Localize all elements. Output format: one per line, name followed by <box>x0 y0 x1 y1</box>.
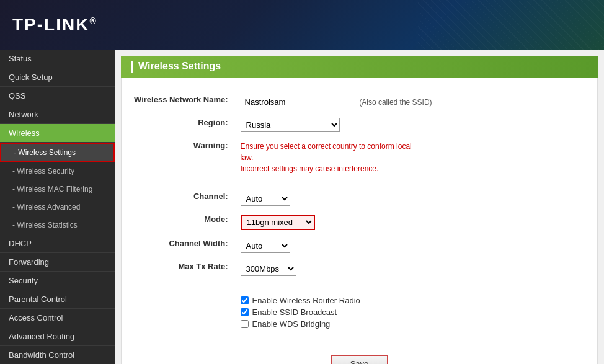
sidebar-item-wireless-mac[interactable]: - Wireless MAC Filtering <box>0 180 115 198</box>
sidebar-item-advanced-routing[interactable]: Advanced Routing <box>0 327 115 346</box>
sidebar-item-bandwidth-control[interactable]: Bandwidth Control <box>0 346 115 364</box>
network-name-input[interactable] <box>241 95 352 109</box>
region-select[interactable]: Russia United States Canada China Europe <box>241 118 340 132</box>
channel-width-label: Channel Width: <box>128 234 234 257</box>
region-cell: Russia United States Canada China Europe <box>234 113 591 136</box>
sidebar-item-network[interactable]: Network <box>0 105 115 124</box>
channel-select[interactable]: Auto 123 456 789 10111213 <box>241 192 290 206</box>
warning-label: Warning: <box>128 136 234 179</box>
page-title: Wireless Settings <box>121 56 598 78</box>
sidebar-item-wireless[interactable]: Wireless <box>0 124 115 143</box>
network-name-cell: (Also called the SSID) <box>234 91 591 113</box>
enable-wds-label: Enable WDS Bridging <box>252 319 331 329</box>
content-area: nastroi.sam.ru nastroi.sam.ru nastroi.sa… <box>115 50 604 364</box>
channel-cell: Auto 123 456 789 10111213 <box>234 187 591 210</box>
sidebar-item-qss[interactable]: QSS <box>0 87 115 105</box>
sidebar-item-forwarding[interactable]: Forwarding <box>0 253 115 272</box>
warning-text: Ensure you select a correct country to c… <box>241 141 427 174</box>
channel-width-row: Channel Width: Auto 20MHz 40MHz <box>128 234 591 257</box>
checkboxes-cell: Enable Wireless Router Radio Enable SSID… <box>234 289 591 335</box>
sidebar-item-status[interactable]: Status <box>0 50 115 68</box>
enable-radio-checkbox[interactable] <box>241 296 249 304</box>
channel-width-cell: Auto 20MHz 40MHz <box>234 234 591 257</box>
main-layout: Status Quick Setup QSS Network Wireless … <box>0 50 604 364</box>
enable-ssid-row: Enable SSID Broadcast <box>241 308 585 317</box>
mode-row: Mode: 11bgn mixed 11b only 11g only 11n … <box>128 210 591 234</box>
max-tx-rate-label: Max Tx Rate: <box>128 257 234 280</box>
sidebar-item-wireless-stats[interactable]: - Wireless Statistics <box>0 216 115 234</box>
warning-cell: Ensure you select a correct country to c… <box>234 136 591 179</box>
mode-label: Mode: <box>128 210 234 234</box>
enable-ssid-checkbox[interactable] <box>241 308 249 316</box>
enable-ssid-label: Enable SSID Broadcast <box>252 308 337 317</box>
logo: TP-LINK® <box>12 15 97 35</box>
sidebar-item-wireless-security[interactable]: - Wireless Security <box>0 162 115 180</box>
checkboxes-row: Enable Wireless Router Radio Enable SSID… <box>128 289 591 335</box>
max-tx-rate-row: Max Tx Rate: 300Mbps 150Mbps 54Mbps 11Mb… <box>128 257 591 280</box>
network-name-row: Wireless Network Name: (Also called the … <box>128 91 591 113</box>
save-button-row: Save <box>128 345 591 364</box>
region-row: Region: Russia United States Canada Chin… <box>128 113 591 136</box>
mode-cell: 11bgn mixed 11b only 11g only 11n only 1… <box>234 210 591 234</box>
channel-label: Channel: <box>128 187 234 210</box>
network-name-label: Wireless Network Name: <box>128 91 234 113</box>
save-button[interactable]: Save <box>331 355 389 364</box>
max-tx-rate-cell: 300Mbps 150Mbps 54Mbps 11Mbps <box>234 257 591 280</box>
form-table: Wireless Network Name: (Also called the … <box>128 91 591 335</box>
sidebar: Status Quick Setup QSS Network Wireless … <box>0 50 115 364</box>
max-tx-rate-select[interactable]: 300Mbps 150Mbps 54Mbps 11Mbps <box>241 262 296 276</box>
sidebar-item-security[interactable]: Security <box>0 272 115 290</box>
sidebar-item-wireless-advanced[interactable]: - Wireless Advanced <box>0 198 115 216</box>
channel-width-select[interactable]: Auto 20MHz 40MHz <box>241 239 290 253</box>
enable-wds-checkbox[interactable] <box>241 320 249 328</box>
ssid-note: (Also called the SSID) <box>359 98 432 107</box>
settings-form: Wireless Network Name: (Also called the … <box>121 78 598 364</box>
enable-wds-row: Enable WDS Bridging <box>241 319 585 329</box>
region-label: Region: <box>128 113 234 136</box>
enable-radio-label: Enable Wireless Router Radio <box>252 296 360 305</box>
warning-row: Warning: Ensure you select a correct cou… <box>128 136 591 179</box>
channel-row: Channel: Auto 123 456 789 10111213 <box>128 187 591 210</box>
sidebar-item-access-control[interactable]: Access Control <box>0 309 115 327</box>
header: TP-LINK® <box>0 0 604 50</box>
mode-select[interactable]: 11bgn mixed 11b only 11g only 11n only 1… <box>241 215 315 230</box>
sidebar-item-parental-control[interactable]: Parental Control <box>0 290 115 309</box>
sidebar-item-quick-setup[interactable]: Quick Setup <box>0 68 115 87</box>
sidebar-item-dhcp[interactable]: DHCP <box>0 234 115 253</box>
enable-radio-row: Enable Wireless Router Radio <box>241 296 585 305</box>
sidebar-item-wireless-settings[interactable]: - Wireless Settings <box>0 143 115 162</box>
